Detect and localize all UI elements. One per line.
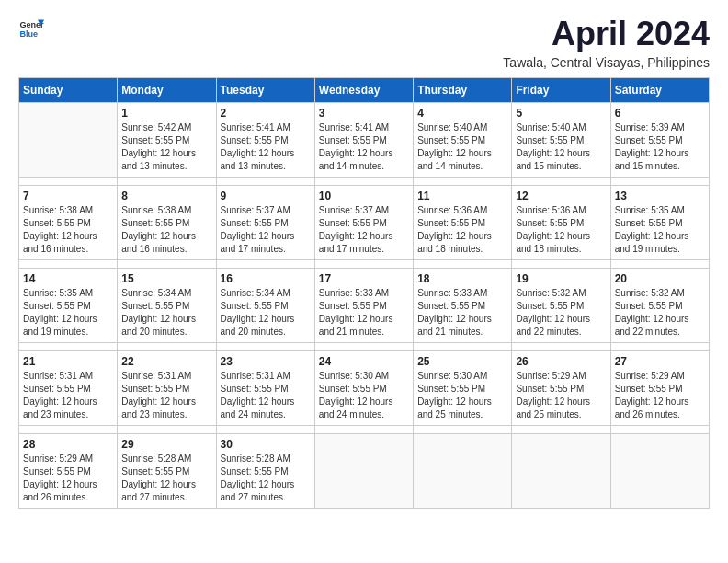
day-number: 11 [417, 190, 507, 202]
day-info: Sunrise: 5:31 AM Sunset: 5:55 PM Dayligh… [23, 370, 113, 421]
separator-cell [512, 260, 610, 269]
day-info: Sunrise: 5:37 AM Sunset: 5:55 PM Dayligh… [319, 204, 409, 256]
day-info: Sunrise: 5:41 AM Sunset: 5:55 PM Dayligh… [221, 121, 311, 173]
separator-cell [19, 178, 118, 186]
day-number: 24 [319, 355, 409, 368]
svg-text:Blue: Blue [19, 29, 38, 39]
separator-cell [118, 343, 216, 351]
table-row: 4Sunrise: 5:40 AM Sunset: 5:55 PM Daylig… [414, 103, 512, 178]
day-info: Sunrise: 5:40 AM Sunset: 5:55 PM Dayligh… [516, 121, 606, 173]
weekday-header-monday: Monday [118, 78, 216, 103]
separator-cell [216, 343, 314, 351]
table-row: 16Sunrise: 5:34 AM Sunset: 5:55 PM Dayli… [216, 269, 314, 343]
day-info: Sunrise: 5:37 AM Sunset: 5:55 PM Dayligh… [221, 204, 311, 256]
separator-cell [216, 260, 314, 269]
day-number: 5 [516, 107, 606, 120]
calendar-week-row: 14Sunrise: 5:35 AM Sunset: 5:55 PM Dayli… [19, 269, 710, 343]
separator-cell [19, 260, 118, 269]
day-number: 26 [516, 355, 606, 368]
table-row: 20Sunrise: 5:32 AM Sunset: 5:55 PM Dayli… [610, 269, 709, 343]
day-number: 3 [319, 107, 409, 120]
separator-cell [610, 178, 709, 186]
separator-cell [414, 343, 512, 351]
table-row: 7Sunrise: 5:38 AM Sunset: 5:55 PM Daylig… [19, 186, 118, 260]
day-number: 18 [417, 272, 507, 285]
separator-row [19, 178, 710, 186]
day-number: 8 [121, 190, 211, 202]
table-row: 23Sunrise: 5:31 AM Sunset: 5:55 PM Dayli… [216, 351, 314, 426]
table-row: 21Sunrise: 5:31 AM Sunset: 5:55 PM Dayli… [19, 351, 118, 426]
separator-cell [610, 260, 709, 269]
title-area: April 2024 Tawala, Central Visayas, Phil… [503, 15, 710, 70]
separator-cell [512, 343, 610, 351]
day-info: Sunrise: 5:38 AM Sunset: 5:55 PM Dayligh… [121, 204, 211, 256]
separator-row [19, 343, 710, 351]
day-info: Sunrise: 5:40 AM Sunset: 5:55 PM Dayligh… [417, 121, 507, 173]
separator-cell [19, 426, 118, 434]
day-number: 25 [417, 355, 507, 368]
logo: General Blue [18, 15, 44, 40]
weekday-header-row: SundayMondayTuesdayWednesdayThursdayFrid… [19, 78, 710, 103]
table-row: 12Sunrise: 5:36 AM Sunset: 5:55 PM Dayli… [512, 186, 610, 260]
table-row: 6Sunrise: 5:39 AM Sunset: 5:55 PM Daylig… [610, 103, 709, 178]
day-info: Sunrise: 5:29 AM Sunset: 5:55 PM Dayligh… [516, 370, 606, 421]
day-info: Sunrise: 5:28 AM Sunset: 5:55 PM Dayligh… [221, 453, 311, 504]
table-row: 26Sunrise: 5:29 AM Sunset: 5:55 PM Dayli… [512, 351, 610, 426]
table-row: 27Sunrise: 5:29 AM Sunset: 5:55 PM Dayli… [610, 351, 709, 426]
separator-cell [610, 343, 709, 351]
day-info: Sunrise: 5:35 AM Sunset: 5:55 PM Dayligh… [23, 287, 113, 339]
separator-cell [314, 260, 413, 269]
day-info: Sunrise: 5:32 AM Sunset: 5:55 PM Dayligh… [615, 287, 705, 339]
day-number: 14 [23, 272, 113, 285]
table-row: 15Sunrise: 5:34 AM Sunset: 5:55 PM Dayli… [118, 269, 216, 343]
day-info: Sunrise: 5:35 AM Sunset: 5:55 PM Dayligh… [615, 204, 705, 256]
day-number: 19 [516, 272, 606, 285]
day-info: Sunrise: 5:36 AM Sunset: 5:55 PM Dayligh… [417, 204, 507, 256]
day-info: Sunrise: 5:32 AM Sunset: 5:55 PM Dayligh… [516, 287, 606, 339]
day-number: 20 [615, 272, 705, 285]
day-number: 1 [121, 107, 211, 120]
table-row: 24Sunrise: 5:30 AM Sunset: 5:55 PM Dayli… [314, 351, 413, 426]
location-subtitle: Tawala, Central Visayas, Philippines [503, 55, 710, 70]
separator-cell [118, 178, 216, 186]
day-info: Sunrise: 5:34 AM Sunset: 5:55 PM Dayligh… [121, 287, 211, 339]
table-row: 22Sunrise: 5:31 AM Sunset: 5:55 PM Dayli… [118, 351, 216, 426]
day-number: 15 [121, 272, 211, 285]
day-number: 22 [121, 355, 211, 368]
day-info: Sunrise: 5:31 AM Sunset: 5:55 PM Dayligh… [221, 370, 311, 421]
weekday-header-thursday: Thursday [414, 78, 512, 103]
day-info: Sunrise: 5:42 AM Sunset: 5:55 PM Dayligh… [121, 121, 211, 173]
table-row [19, 103, 118, 178]
separator-cell [512, 426, 610, 434]
table-row: 29Sunrise: 5:28 AM Sunset: 5:55 PM Dayli… [118, 434, 216, 509]
separator-cell [610, 426, 709, 434]
day-info: Sunrise: 5:38 AM Sunset: 5:55 PM Dayligh… [23, 204, 113, 256]
day-number: 2 [221, 107, 311, 120]
day-info: Sunrise: 5:29 AM Sunset: 5:55 PM Dayligh… [23, 453, 113, 504]
separator-cell [414, 260, 512, 269]
day-info: Sunrise: 5:29 AM Sunset: 5:55 PM Dayligh… [615, 370, 705, 421]
day-number: 17 [319, 272, 409, 285]
day-number: 12 [516, 190, 606, 202]
table-row: 2Sunrise: 5:41 AM Sunset: 5:55 PM Daylig… [216, 103, 314, 178]
separator-cell [414, 426, 512, 434]
table-row: 17Sunrise: 5:33 AM Sunset: 5:55 PM Dayli… [314, 269, 413, 343]
day-info: Sunrise: 5:30 AM Sunset: 5:55 PM Dayligh… [417, 370, 507, 421]
separator-cell [216, 426, 314, 434]
calendar-week-row: 28Sunrise: 5:29 AM Sunset: 5:55 PM Dayli… [19, 434, 710, 509]
weekday-header-saturday: Saturday [610, 78, 709, 103]
day-number: 27 [615, 355, 705, 368]
day-info: Sunrise: 5:34 AM Sunset: 5:55 PM Dayligh… [221, 287, 311, 339]
header: General Blue April 2024 Tawala, Central … [18, 15, 710, 70]
table-row: 13Sunrise: 5:35 AM Sunset: 5:55 PM Dayli… [610, 186, 709, 260]
table-row: 8Sunrise: 5:38 AM Sunset: 5:55 PM Daylig… [118, 186, 216, 260]
month-title: April 2024 [503, 15, 710, 53]
separator-cell [314, 426, 413, 434]
calendar-week-row: 7Sunrise: 5:38 AM Sunset: 5:55 PM Daylig… [19, 186, 710, 260]
day-number: 30 [221, 438, 311, 451]
table-row: 14Sunrise: 5:35 AM Sunset: 5:55 PM Dayli… [19, 269, 118, 343]
day-info: Sunrise: 5:41 AM Sunset: 5:55 PM Dayligh… [319, 121, 409, 173]
separator-cell [118, 260, 216, 269]
table-row: 18Sunrise: 5:33 AM Sunset: 5:55 PM Dayli… [414, 269, 512, 343]
day-info: Sunrise: 5:36 AM Sunset: 5:55 PM Dayligh… [516, 204, 606, 256]
